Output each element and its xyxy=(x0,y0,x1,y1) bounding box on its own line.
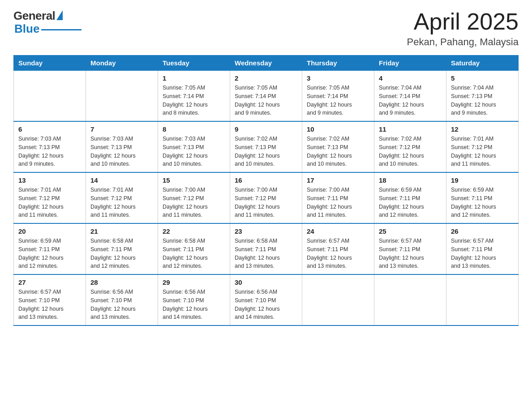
calendar-cell: 27Sunrise: 6:57 AMSunset: 7:10 PMDayligh… xyxy=(14,274,86,325)
week-row-5: 27Sunrise: 6:57 AMSunset: 7:10 PMDayligh… xyxy=(14,274,519,325)
header-cell-monday: Monday xyxy=(86,56,158,71)
calendar-cell xyxy=(14,71,86,122)
week-row-3: 13Sunrise: 7:01 AMSunset: 7:12 PMDayligh… xyxy=(14,172,519,223)
header-row: SundayMondayTuesdayWednesdayThursdayFrid… xyxy=(14,56,519,71)
day-info: Sunrise: 6:56 AMSunset: 7:10 PMDaylight:… xyxy=(163,288,225,321)
calendar-cell: 24Sunrise: 6:57 AMSunset: 7:11 PMDayligh… xyxy=(302,223,374,274)
day-info: Sunrise: 7:02 AMSunset: 7:13 PMDaylight:… xyxy=(235,135,297,168)
calendar-cell: 2Sunrise: 7:05 AMSunset: 7:14 PMDaylight… xyxy=(230,71,302,122)
day-info: Sunrise: 7:01 AMSunset: 7:12 PMDaylight:… xyxy=(451,135,514,168)
day-info: Sunrise: 7:04 AMSunset: 7:14 PMDaylight:… xyxy=(379,84,442,117)
day-number: 28 xyxy=(90,278,153,286)
calendar-cell: 8Sunrise: 7:03 AMSunset: 7:13 PMDaylight… xyxy=(158,121,230,172)
day-number: 8 xyxy=(163,125,225,133)
calendar-cell: 28Sunrise: 6:56 AMSunset: 7:10 PMDayligh… xyxy=(86,274,158,325)
day-number: 25 xyxy=(379,227,442,235)
page-title: April 2025 xyxy=(407,9,519,34)
calendar-cell: 17Sunrise: 7:00 AMSunset: 7:11 PMDayligh… xyxy=(302,172,374,223)
week-row-4: 20Sunrise: 6:59 AMSunset: 7:11 PMDayligh… xyxy=(14,223,519,274)
calendar-cell: 13Sunrise: 7:01 AMSunset: 7:12 PMDayligh… xyxy=(14,172,86,223)
logo-triangle-icon xyxy=(56,10,63,20)
week-row-1: 1Sunrise: 7:05 AMSunset: 7:14 PMDaylight… xyxy=(14,71,519,122)
header-cell-thursday: Thursday xyxy=(302,56,374,71)
day-number: 9 xyxy=(235,125,297,133)
calendar-cell: 7Sunrise: 7:03 AMSunset: 7:13 PMDaylight… xyxy=(86,121,158,172)
day-number: 19 xyxy=(451,176,514,184)
day-info: Sunrise: 6:58 AMSunset: 7:11 PMDaylight:… xyxy=(163,237,225,270)
calendar-cell xyxy=(302,274,374,325)
day-number: 29 xyxy=(163,278,225,286)
day-number: 30 xyxy=(235,278,297,286)
header-cell-wednesday: Wednesday xyxy=(230,56,302,71)
calendar-cell: 14Sunrise: 7:01 AMSunset: 7:12 PMDayligh… xyxy=(86,172,158,223)
logo-general-text: General xyxy=(13,9,55,23)
day-number: 6 xyxy=(18,125,81,133)
calendar-cell: 9Sunrise: 7:02 AMSunset: 7:13 PMDaylight… xyxy=(230,121,302,172)
calendar-cell: 23Sunrise: 6:58 AMSunset: 7:11 PMDayligh… xyxy=(230,223,302,274)
calendar-cell: 10Sunrise: 7:02 AMSunset: 7:13 PMDayligh… xyxy=(302,121,374,172)
calendar-body: 1Sunrise: 7:05 AMSunset: 7:14 PMDaylight… xyxy=(14,71,519,326)
day-info: Sunrise: 7:05 AMSunset: 7:14 PMDaylight:… xyxy=(235,84,297,117)
calendar-cell: 15Sunrise: 7:00 AMSunset: 7:12 PMDayligh… xyxy=(158,172,230,223)
day-info: Sunrise: 7:03 AMSunset: 7:13 PMDaylight:… xyxy=(18,135,81,168)
day-number: 20 xyxy=(18,227,81,235)
day-number: 10 xyxy=(307,125,369,133)
day-info: Sunrise: 6:57 AMSunset: 7:11 PMDaylight:… xyxy=(307,237,369,270)
day-info: Sunrise: 7:05 AMSunset: 7:14 PMDaylight:… xyxy=(307,84,369,117)
day-number: 4 xyxy=(379,74,442,82)
logo: General Blue xyxy=(13,9,82,36)
calendar-cell: 19Sunrise: 6:59 AMSunset: 7:11 PMDayligh… xyxy=(446,172,519,223)
title-block: April 2025 Pekan, Pahang, Malaysia xyxy=(407,9,519,48)
day-number: 3 xyxy=(307,74,369,82)
calendar-cell: 11Sunrise: 7:02 AMSunset: 7:12 PMDayligh… xyxy=(374,121,446,172)
day-info: Sunrise: 7:03 AMSunset: 7:13 PMDaylight:… xyxy=(163,135,225,168)
calendar-cell: 1Sunrise: 7:05 AMSunset: 7:14 PMDaylight… xyxy=(158,71,230,122)
day-number: 18 xyxy=(379,176,442,184)
day-number: 13 xyxy=(18,176,81,184)
calendar-header: SundayMondayTuesdayWednesdayThursdayFrid… xyxy=(14,56,519,71)
header-cell-sunday: Sunday xyxy=(14,56,86,71)
day-number: 16 xyxy=(235,176,297,184)
day-info: Sunrise: 6:57 AMSunset: 7:11 PMDaylight:… xyxy=(451,237,514,270)
day-info: Sunrise: 7:04 AMSunset: 7:13 PMDaylight:… xyxy=(451,84,514,117)
day-number: 27 xyxy=(18,278,81,286)
day-number: 17 xyxy=(307,176,369,184)
day-info: Sunrise: 6:57 AMSunset: 7:11 PMDaylight:… xyxy=(379,237,442,270)
header-cell-tuesday: Tuesday xyxy=(158,56,230,71)
day-info: Sunrise: 7:00 AMSunset: 7:12 PMDaylight:… xyxy=(235,186,297,219)
day-number: 15 xyxy=(163,176,225,184)
header-cell-saturday: Saturday xyxy=(446,56,519,71)
day-info: Sunrise: 7:05 AMSunset: 7:14 PMDaylight:… xyxy=(163,84,225,117)
calendar-cell: 6Sunrise: 7:03 AMSunset: 7:13 PMDaylight… xyxy=(14,121,86,172)
day-info: Sunrise: 6:56 AMSunset: 7:10 PMDaylight:… xyxy=(235,288,297,321)
day-info: Sunrise: 7:02 AMSunset: 7:12 PMDaylight:… xyxy=(379,135,442,168)
calendar-cell: 29Sunrise: 6:56 AMSunset: 7:10 PMDayligh… xyxy=(158,274,230,325)
calendar-cell: 25Sunrise: 6:57 AMSunset: 7:11 PMDayligh… xyxy=(374,223,446,274)
day-number: 24 xyxy=(307,227,369,235)
calendar-cell: 12Sunrise: 7:01 AMSunset: 7:12 PMDayligh… xyxy=(446,121,519,172)
day-info: Sunrise: 7:00 AMSunset: 7:11 PMDaylight:… xyxy=(307,186,369,219)
day-info: Sunrise: 7:03 AMSunset: 7:13 PMDaylight:… xyxy=(90,135,153,168)
logo-blue-text: Blue xyxy=(14,22,39,36)
day-info: Sunrise: 6:59 AMSunset: 7:11 PMDaylight:… xyxy=(451,186,514,219)
day-info: Sunrise: 6:57 AMSunset: 7:10 PMDaylight:… xyxy=(18,288,81,321)
day-info: Sunrise: 6:59 AMSunset: 7:11 PMDaylight:… xyxy=(379,186,442,219)
header-cell-friday: Friday xyxy=(374,56,446,71)
day-number: 14 xyxy=(90,176,153,184)
calendar-cell xyxy=(86,71,158,122)
day-number: 23 xyxy=(235,227,297,235)
day-info: Sunrise: 6:59 AMSunset: 7:11 PMDaylight:… xyxy=(18,237,81,270)
calendar-cell: 16Sunrise: 7:00 AMSunset: 7:12 PMDayligh… xyxy=(230,172,302,223)
day-info: Sunrise: 6:58 AMSunset: 7:11 PMDaylight:… xyxy=(90,237,153,270)
day-info: Sunrise: 7:02 AMSunset: 7:13 PMDaylight:… xyxy=(307,135,369,168)
calendar-cell: 4Sunrise: 7:04 AMSunset: 7:14 PMDaylight… xyxy=(374,71,446,122)
day-number: 7 xyxy=(90,125,153,133)
day-number: 26 xyxy=(451,227,514,235)
day-number: 12 xyxy=(451,125,514,133)
day-number: 5 xyxy=(451,74,514,82)
calendar-cell: 21Sunrise: 6:58 AMSunset: 7:11 PMDayligh… xyxy=(86,223,158,274)
week-row-2: 6Sunrise: 7:03 AMSunset: 7:13 PMDaylight… xyxy=(14,121,519,172)
page-location: Pekan, Pahang, Malaysia xyxy=(407,36,519,48)
calendar-cell: 5Sunrise: 7:04 AMSunset: 7:13 PMDaylight… xyxy=(446,71,519,122)
day-number: 22 xyxy=(163,227,225,235)
